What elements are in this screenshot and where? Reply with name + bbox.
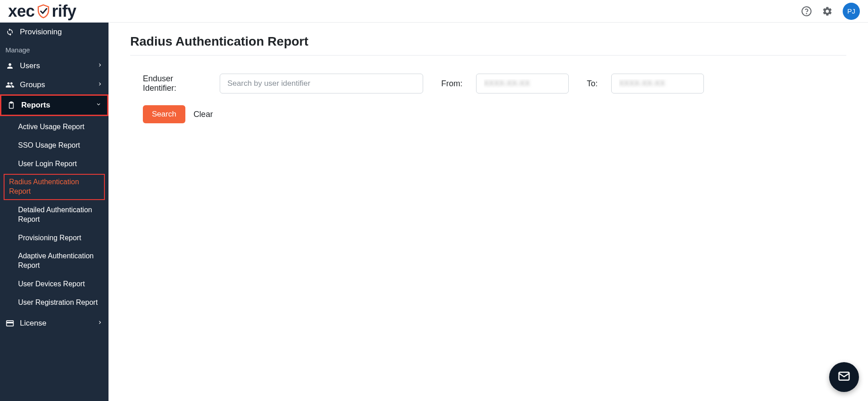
chevron-right-icon (97, 80, 103, 89)
chat-fab[interactable] (829, 362, 859, 392)
reports-submenu: Active Usage Report SSO Usage Report Use… (0, 116, 108, 314)
avatar[interactable]: PJ (843, 3, 860, 20)
clipboard-icon (7, 101, 16, 109)
sidebar-label: License (20, 319, 47, 328)
from-label: From: (441, 79, 462, 89)
sidebar-subitem-radius-auth[interactable]: Radius Authentication Report (4, 174, 105, 200)
sidebar-label: Users (20, 61, 40, 70)
clear-button[interactable]: Clear (193, 110, 213, 119)
button-row: Search Clear (130, 105, 846, 123)
shield-check-icon (36, 4, 51, 19)
to-date-input[interactable] (611, 74, 704, 93)
sidebar-item-license[interactable]: License (0, 314, 108, 333)
chevron-right-icon (97, 61, 103, 70)
page-title: Radius Authentication Report (130, 34, 846, 56)
brand-logo[interactable]: xec rify (8, 2, 76, 21)
chevron-down-icon (95, 101, 102, 110)
logo-text-post: rify (52, 2, 76, 21)
sidebar-subitem-detailed-auth[interactable]: Detailed Authentication Report (0, 201, 108, 229)
search-button[interactable]: Search (143, 105, 185, 123)
chevron-right-icon (97, 319, 103, 328)
sidebar-subitem-user-registration[interactable]: User Registration Report (0, 294, 108, 312)
filter-row: Enduser Identifier: From: To: (130, 74, 846, 93)
top-header: xec rify PJ (0, 0, 868, 23)
sidebar-section-manage: Manage (0, 42, 108, 56)
svg-rect-3 (10, 102, 13, 103)
sidebar-label: Groups (20, 80, 45, 89)
enduser-label: Enduser Identifier: (143, 74, 206, 93)
enduser-identifier-input[interactable] (220, 74, 423, 93)
gear-icon[interactable] (822, 6, 833, 17)
groups-icon (5, 80, 14, 89)
sidebar-item-reports[interactable]: Reports (0, 94, 108, 116)
sidebar-subitem-sso-usage[interactable]: SSO Usage Report (0, 136, 108, 155)
svg-point-1 (807, 13, 807, 14)
sidebar-label: Reports (21, 101, 50, 110)
from-date-input[interactable] (476, 74, 569, 93)
sidebar-label: Provisioning (20, 28, 62, 37)
sidebar-subitem-user-login[interactable]: User Login Report (0, 155, 108, 173)
help-icon[interactable] (801, 6, 812, 17)
logo-text-pre: xec (8, 2, 35, 21)
sidebar-subitem-active-usage[interactable]: Active Usage Report (0, 118, 108, 136)
to-label: To: (587, 79, 598, 89)
sidebar-item-users[interactable]: Users (0, 56, 108, 75)
sidebar-subitem-user-devices[interactable]: User Devices Report (0, 275, 108, 294)
sync-icon (5, 28, 14, 36)
sidebar-subitem-provisioning-report[interactable]: Provisioning Report (0, 229, 108, 247)
card-icon (5, 319, 14, 328)
avatar-initials: PJ (847, 7, 855, 15)
sidebar-subitem-adaptive-auth[interactable]: Adaptive Authentication Report (0, 247, 108, 275)
sidebar-item-groups[interactable]: Groups (0, 75, 108, 94)
sidebar-item-provisioning[interactable]: Provisioning (0, 23, 108, 42)
user-icon (5, 62, 14, 70)
main-content: Radius Authentication Report Enduser Ide… (108, 23, 868, 401)
header-actions: PJ (801, 3, 860, 20)
mail-icon (837, 369, 851, 385)
sidebar: Provisioning Manage Users Groups (0, 23, 108, 401)
